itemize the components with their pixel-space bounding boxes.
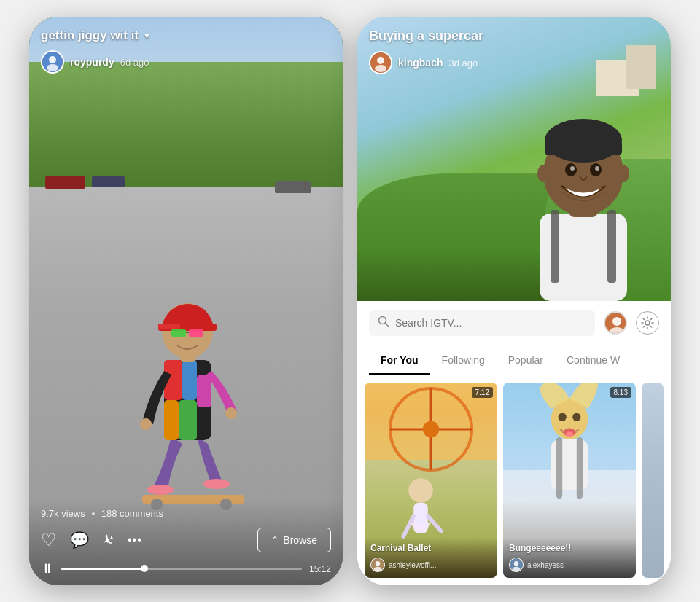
svg-point-4 [203, 479, 230, 489]
svg-point-68 [514, 561, 518, 566]
svg-point-62 [565, 432, 573, 437]
card2-username: alexhayess [527, 561, 564, 569]
search-row [357, 301, 671, 345]
video-title: gettin jiggy wit it ▼ [41, 28, 331, 43]
progress-dot [141, 565, 148, 572]
svg-point-33 [595, 166, 599, 171]
igtv-time: 3d ago [448, 58, 478, 69]
card1-user: ashleylewoffi... [370, 558, 491, 572]
video-header: gettin jiggy wit it ▼ roypurdy 6d ago [41, 28, 331, 74]
progress-bar-container: ⏸ 15:12 [41, 561, 331, 576]
svg-point-3 [147, 485, 174, 495]
svg-point-60 [572, 413, 580, 421]
svg-rect-9 [179, 400, 197, 440]
svg-point-44 [645, 321, 650, 325]
svg-point-49 [423, 421, 439, 437]
tab-following[interactable]: Following [430, 345, 497, 375]
video-grid: Carnival Ballet ashleylewoffi... [357, 375, 671, 585]
user-avatar[interactable] [41, 50, 64, 74]
card2-user: alexhayess [509, 558, 630, 572]
heart-icon[interactable]: ♡ [41, 530, 57, 550]
video-user-info: roypurdy 6d ago [41, 50, 331, 74]
svg-point-37 [377, 57, 384, 64]
svg-line-40 [386, 324, 389, 327]
card3-bg [642, 383, 664, 578]
svg-point-22 [47, 64, 58, 71]
skater-figure [98, 218, 273, 527]
svg-point-34 [537, 165, 549, 182]
svg-rect-25 [607, 210, 616, 283]
svg-point-59 [559, 413, 567, 421]
igtv-video-title: Buying a supercar [369, 28, 659, 44]
svg-point-35 [618, 165, 629, 182]
svg-rect-24 [551, 210, 559, 283]
igtv-video-bg: Buying a supercar kingbach 3d ago [357, 17, 671, 301]
igtv-person [510, 68, 656, 301]
left-phone: gettin jiggy wit it ▼ roypurdy 6d ago [29, 17, 343, 585]
card1-content: Carnival Ballet ashleylewoffi... [365, 537, 497, 578]
comment-icon[interactable]: 💬 [70, 531, 89, 549]
card2-content: Bungeeeeeee!! alexhayess [503, 537, 636, 578]
svg-point-69 [513, 567, 521, 572]
igtv-bottom-panel: For You Following Popular Continue W [357, 301, 671, 585]
card2-duration: 8:13 [610, 387, 631, 398]
tab-popular[interactable]: Popular [497, 345, 555, 375]
igtv-username: kingbach [398, 57, 443, 69]
svg-rect-65 [577, 437, 583, 499]
svg-rect-29 [545, 141, 622, 155]
card1-avatar [370, 558, 385, 572]
video-footer: 9.7k views 188 comments ♡ 💬 ✈ ••• ⌃ Brow… [29, 499, 343, 585]
video-username: roypurdy [70, 56, 114, 68]
svg-point-21 [49, 56, 56, 63]
svg-point-56 [374, 567, 382, 572]
video-card-1[interactable]: Carnival Ballet ashleylewoffi... [365, 383, 497, 578]
pause-button[interactable]: ⏸ [41, 561, 54, 576]
header-icons [604, 311, 659, 335]
action-icons: ♡ 💬 ✈ ••• [41, 530, 142, 550]
svg-rect-64 [556, 437, 562, 499]
svg-rect-10 [197, 375, 211, 407]
svg-rect-18 [189, 329, 203, 337]
svg-rect-7 [182, 360, 197, 400]
right-phone: Buying a supercar kingbach 3d ago [357, 17, 671, 585]
card1-duration: 7:12 [472, 387, 493, 398]
card2-title: Bungeeeeeee!! [509, 543, 630, 553]
igtv-header: Buying a supercar kingbach 3d ago [369, 28, 659, 74]
video-duration: 15:12 [309, 564, 331, 574]
svg-point-55 [376, 561, 380, 566]
share-icon[interactable]: ✈ [98, 529, 118, 550]
igtv-avatar[interactable] [369, 51, 392, 74]
igtv-user-info: kingbach 3d ago [369, 51, 659, 74]
progress-fill [61, 568, 145, 570]
svg-point-38 [375, 65, 386, 72]
svg-point-32 [570, 166, 575, 171]
svg-rect-16 [158, 324, 180, 329]
video-time: 6d ago [120, 57, 149, 68]
search-icon [378, 316, 389, 330]
card1-title: Carnival Ballet [370, 543, 491, 553]
browse-button[interactable]: ⌃ Browse [257, 528, 331, 552]
tabs-row: For You Following Popular Continue W [357, 345, 671, 375]
svg-rect-8 [164, 400, 179, 440]
video-card-2[interactable]: Bungeeeeeee!! alexhayess [503, 383, 636, 578]
video-stats: 9.7k views 188 comments [41, 508, 331, 519]
search-input[interactable] [395, 317, 586, 329]
video-actions: ♡ 💬 ✈ ••• ⌃ Browse [41, 528, 331, 552]
video-card-3[interactable] [642, 383, 664, 578]
dropdown-icon[interactable]: ▼ [143, 31, 151, 40]
svg-point-42 [612, 317, 621, 326]
tab-for-you[interactable]: For You [369, 345, 430, 375]
svg-point-11 [140, 418, 152, 430]
svg-point-50 [408, 478, 433, 503]
svg-rect-17 [171, 329, 186, 337]
progress-bar[interactable] [61, 568, 302, 570]
search-wrapper[interactable] [369, 310, 595, 336]
tab-continue[interactable]: Continue W [555, 345, 631, 375]
card1-username: ashleylewoffi... [389, 561, 436, 569]
profile-icon[interactable] [604, 311, 627, 335]
more-icon[interactable]: ••• [128, 533, 142, 547]
browse-arrow-icon: ⌃ [271, 535, 279, 545]
svg-line-52 [403, 516, 413, 536]
svg-point-12 [225, 407, 237, 419]
settings-icon[interactable] [636, 311, 659, 335]
